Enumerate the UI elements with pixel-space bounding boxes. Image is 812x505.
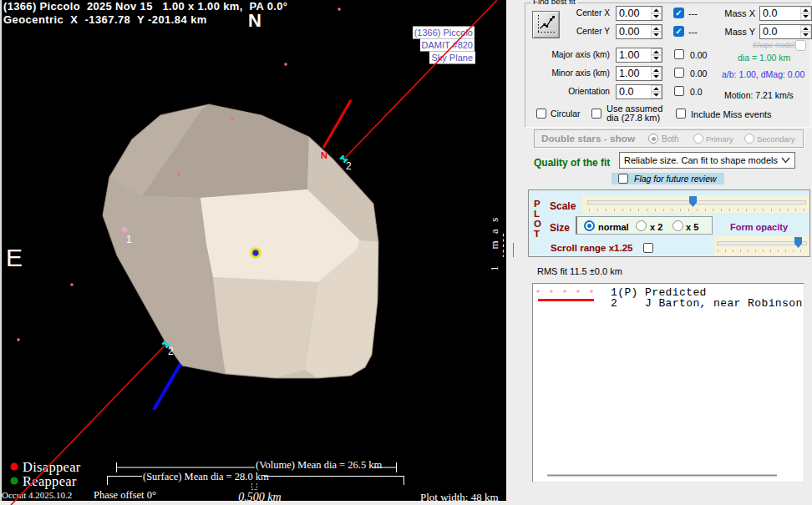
svg-text:1 mas: 1 mas [488, 210, 500, 271]
svg-text:(Surface) Mean dia = 28.0 km: (Surface) Mean dia = 28.0 km [143, 471, 269, 482]
svg-text:(Volume) Mean dia = 26.5 km: (Volume) Mean dia = 26.5 km [256, 459, 383, 471]
svg-text:2: 2 [168, 346, 174, 357]
svg-text:(1366) Piccolo 2025 Nov 15: (1366) Piccolo 2025 Nov 15 1.00 x 1.00 k… [3, 0, 287, 13]
svg-text:Plot width: 48 km: Plot width: 48 km [420, 491, 499, 503]
svg-text:DAMIT #820: DAMIT #820 [421, 40, 473, 50]
svg-text:Occult 4.2025.10.2: Occult 4.2025.10.2 [2, 490, 72, 500]
svg-text:(1366) Piccolo: (1366) Piccolo [414, 28, 473, 38]
svg-text:Reappear: Reappear [23, 473, 77, 489]
svg-text:0.500 km: 0.500 km [238, 491, 281, 503]
svg-text:Phase offset 0°: Phase offset 0° [94, 489, 156, 501]
svg-text:1: 1 [126, 234, 132, 245]
svg-text:2 J Barton, near Robinson: 2 J Barton, near Robinson [611, 297, 802, 310]
svg-text:N: N [321, 150, 327, 160]
svg-text:2: 2 [346, 160, 352, 172]
svg-text:N: N [248, 10, 261, 31]
svg-text:E: E [6, 244, 23, 271]
svg-text:Geocentric X -1367.78 Y -20: Geocentric X -1367.78 Y -201.84 km [3, 13, 207, 26]
